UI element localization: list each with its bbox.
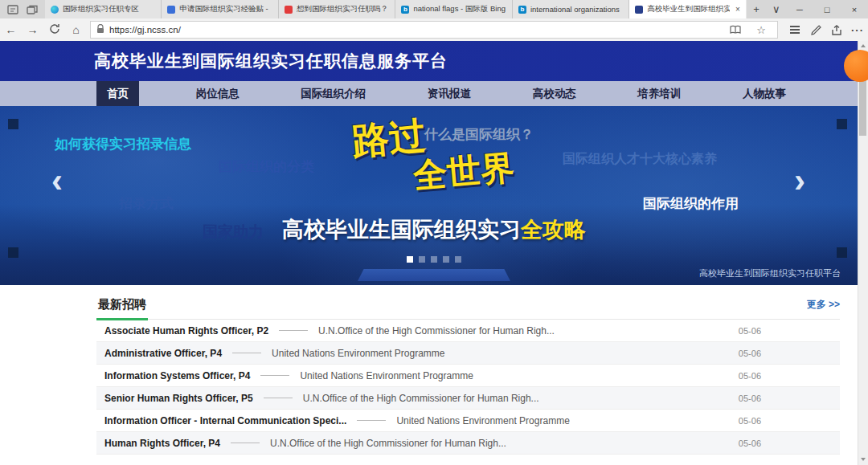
address-bar: ← → ⌂ https://gj.ncss.cn/ ☆ ··· [0,18,868,42]
page-scrollbar[interactable] [858,41,868,465]
tab-favicon [285,6,293,14]
tab-bar-left-actions [0,0,45,18]
job-title: Senior Human Rights Officer, P5 [104,393,253,404]
new-tab-button[interactable]: + [747,0,767,18]
job-title: Human Rights Officer, P4 [104,438,220,449]
tab-favicon-bing [401,6,409,14]
hero-caption: 国家助力 [203,222,264,243]
browser-tab[interactable]: international organizations [513,0,629,18]
tab-favicon [51,6,59,14]
nav-item-org-intro[interactable]: 国际组织介绍 [296,81,371,106]
job-row[interactable]: Senior Human Rights Officer, P5 U.N.Offi… [96,387,840,410]
carousel-dot[interactable] [443,256,449,263]
job-list: Associate Human Rights Officer, P2 U.N.O… [96,320,840,455]
back-icon[interactable]: ← [0,23,22,36]
tab-favicon-bing [518,6,526,14]
more-actions-icon[interactable]: ··· [847,24,868,36]
lock-icon [96,22,104,37]
dash-separator [279,330,308,331]
hero-script-text: 全世界 [411,145,516,199]
minimize-button[interactable]: ─ [786,0,813,18]
carousel-dot[interactable] [431,256,437,263]
job-row[interactable]: Associate Human Rights Officer, P2 U.N.O… [96,320,840,342]
browser-tab-active[interactable]: 高校毕业生到国际组织实习 × [629,0,746,18]
dash-separator [232,353,261,353]
carousel-next-button[interactable]: › [794,164,805,198]
job-organization: U.N.Office of the High Commissioner for … [318,325,555,337]
decor-square [837,119,847,129]
favorite-star-icon[interactable]: ☆ [751,24,772,36]
job-row[interactable]: Information Officer - Internal Communica… [96,410,840,432]
hero-caption: 国际组织的作用 [643,194,739,213]
tab-label: 国际组织实习任职专区 [63,4,155,14]
nav-item-training[interactable]: 培养培训 [633,81,686,106]
maximize-button[interactable]: □ [813,0,841,18]
hero-slogan-highlight: 全攻略 [521,218,586,242]
window-controls: ─ □ × [786,0,868,18]
url-text: https://gj.ncss.cn/ [109,25,720,35]
hero-caption: 国际组织的分类 [219,157,314,176]
dash-separator [264,398,293,398]
set-tabs-aside-icon[interactable] [7,5,18,14]
scrollbar-down-arrow-icon[interactable] [858,455,868,464]
tab-preview-toggle-icon[interactable]: ∨ [766,0,786,18]
nav-item-jobs[interactable]: 岗位信息 [191,81,244,106]
close-button[interactable]: × [841,0,868,18]
carousel-dot[interactable] [419,256,425,263]
tab-label: 高校毕业生到国际组织实习 [647,4,730,14]
nav-item-university[interactable]: 高校动态 [528,81,581,106]
section-title: 最新招聘 [96,297,148,320]
hero-caption: 招录方式 [119,194,174,213]
job-row[interactable]: Human Rights Officer, P4 U.N.Office of t… [96,432,840,455]
nav-item-home[interactable]: 首页 [96,81,139,106]
hero-caption: 如何获得实习招录信息 [55,135,191,153]
carousel-prev-button[interactable]: ‹ [51,164,63,198]
tab-label: 申请国际组织实习经验贴 - [179,4,272,14]
hero-ribbon-decor [358,269,510,281]
share-icon[interactable] [826,25,847,35]
job-organization: U.N.Office of the High Commissioner for … [270,438,506,449]
nav-item-stories[interactable]: 人物故事 [738,81,791,106]
tab-favicon [167,6,175,14]
job-date: 05-06 [739,326,761,336]
forward-icon[interactable]: → [22,23,43,36]
hero-slogan: 高校毕业生国际组织实习全攻略 [282,215,586,244]
job-date: 05-06 [739,394,761,403]
job-row[interactable]: Information Systems Officer, P4 United N… [96,365,840,387]
url-field[interactable]: https://gj.ncss.cn/ ☆ [90,21,778,39]
job-title: Information Systems Officer, P4 [104,370,250,381]
jobs-section: 最新招聘 更多 >> Associate Human Rights Office… [0,285,858,465]
carousel-dot[interactable] [407,256,413,263]
nav-item-news[interactable]: 资讯报道 [423,81,476,106]
reading-view-icon[interactable] [725,25,746,35]
job-title: Information Officer - Internal Communica… [104,415,346,426]
job-date: 05-06 [739,349,761,358]
tab-close-icon[interactable]: × [734,5,740,14]
job-organization: United Nations Environment Programme [396,415,569,426]
decor-square [837,247,847,258]
annotate-pen-icon[interactable] [805,25,826,35]
browser-window: 国际组织实习任职专区 申请国际组织实习经验贴 - 想到国际组织实习任职吗？ na… [0,0,868,465]
browser-tab[interactable]: 申请国际组织实习经验贴 - [162,0,278,18]
dash-separator [260,375,289,376]
jobs-section-header: 最新招聘 更多 >> [96,285,840,320]
job-title: Associate Human Rights Officer, P2 [104,325,268,337]
home-icon[interactable]: ⌂ [65,23,87,36]
dash-separator [231,443,260,443]
hero-caption: 国际组织人才十大核心素养 [563,151,717,168]
browser-tab[interactable]: 国际组织实习任职专区 [45,0,162,18]
browser-tab[interactable]: national flags - 国际版 Bing [395,0,512,18]
hero-carousel: 如何获得实习招录信息 国际组织的分类 什么是国际组织？ 国际组织人才十大核心素养… [0,106,868,285]
job-date: 05-06 [739,438,761,448]
refresh-icon[interactable] [43,23,65,37]
tab-favicon [635,6,643,14]
tab-label: international organizations [530,5,623,14]
tab-bar: 国际组织实习任职专区 申请国际组织实习经验贴 - 想到国际组织实习任职吗？ na… [0,0,868,18]
carousel-dot[interactable] [455,256,461,263]
saved-tabs-icon[interactable] [27,5,38,14]
job-title: Administrative Officer, P4 [104,348,222,359]
more-link[interactable]: 更多 >> [807,298,840,319]
browser-tab[interactable]: 想到国际组织实习任职吗？ [279,0,395,18]
job-row[interactable]: Administrative Officer, P4 United Nation… [96,342,840,365]
dash-separator [357,420,386,421]
